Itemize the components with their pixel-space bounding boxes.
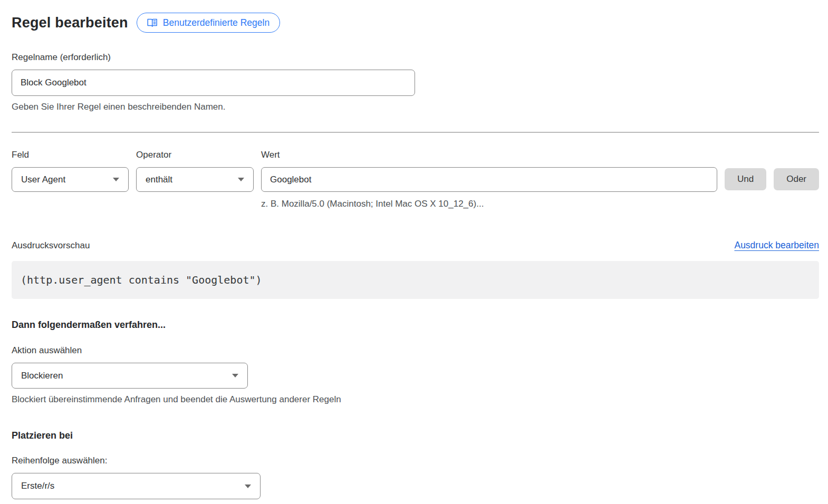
field-column: Feld User Agent [12,148,129,192]
chevron-down-icon [245,484,251,488]
action-section: Dann folgendermaßen verfahren... Aktion … [12,319,819,405]
custom-rules-badge-button[interactable]: Benutzerdefinierte Regeln [137,13,280,33]
expression-preview-block: (http.user_agent contains "Googlebot") [12,261,819,299]
value-input[interactable] [261,167,717,192]
and-button[interactable]: Und [725,168,766,190]
expression-preview-label: Ausdrucksvorschau [12,240,90,251]
action-selected-value: Blockieren [21,371,63,381]
action-label: Aktion auswählen [12,344,819,357]
or-button[interactable]: Oder [774,168,819,190]
value-label: Wert [261,148,717,162]
condition-row: Feld User Agent Operator enthält Wert z.… [12,148,819,210]
expression-code: (http.user_agent contains "Googlebot") [21,274,262,286]
value-column: Wert z. B. Mozilla/5.0 (Macintosh; Intel… [261,148,717,210]
chevron-down-icon [232,374,238,377]
page-header: Regel bearbeiten Benutzerdefinierte Rege… [12,13,819,33]
section-divider [12,132,819,133]
placement-label: Reihenfolge auswählen: [12,454,819,468]
expression-header: Ausdrucksvorschau Ausdruck bearbeiten [12,240,819,251]
action-help: Blockiert übereinstimmende Anfragen und … [12,394,819,405]
action-heading: Dann folgendermaßen verfahren... [12,319,819,331]
chevron-down-icon [238,178,244,181]
placement-order-select[interactable]: Erste/r/s [12,473,261,499]
edit-expression-link[interactable]: Ausdruck bearbeiten [734,240,819,251]
field-selected-value: User Agent [21,175,65,185]
placement-section: Platzieren bei Reihenfolge auswählen: Er… [12,430,819,499]
rule-name-input[interactable] [12,70,415,96]
page-title: Regel bearbeiten [12,15,128,31]
operator-label: Operator [136,148,254,162]
value-help: z. B. Mozilla/5.0 (Macintosh; Intel Mac … [261,198,717,210]
field-label: Feld [12,148,129,162]
rule-name-help: Geben Sie Ihrer Regel einen beschreibend… [12,101,819,113]
field-select[interactable]: User Agent [12,167,129,192]
rule-name-label: Regelname (erforderlich) [12,51,819,64]
placement-selected-value: Erste/r/s [21,481,54,491]
operator-selected-value: enthält [146,175,172,185]
operator-column: Operator enthält [136,148,254,192]
chevron-down-icon [113,178,119,181]
placement-heading: Platzieren bei [12,430,819,441]
custom-rules-badge-label: Benutzerdefinierte Regeln [163,17,269,28]
open-book-icon [147,18,158,27]
rule-name-section: Regelname (erforderlich) Geben Sie Ihrer… [12,51,819,113]
operator-select[interactable]: enthält [136,167,254,192]
action-select[interactable]: Blockieren [12,363,248,389]
